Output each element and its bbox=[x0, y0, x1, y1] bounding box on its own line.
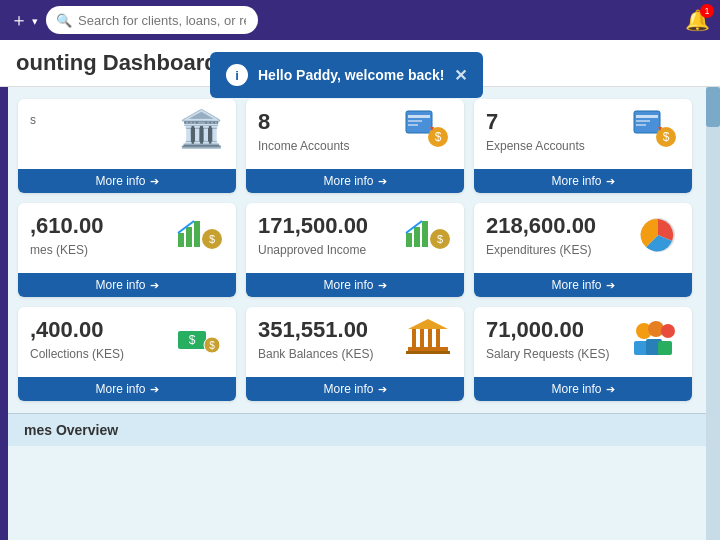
top-navigation: ＋ ▾ 🔍 🔔 1 bbox=[0, 0, 720, 40]
svg-marker-27 bbox=[408, 319, 448, 329]
svg-rect-28 bbox=[412, 329, 416, 347]
expenditures-icon bbox=[632, 213, 680, 259]
svg-rect-39 bbox=[658, 341, 672, 355]
arrow-right-icon: ➔ bbox=[150, 279, 159, 292]
svg-rect-33 bbox=[406, 351, 450, 354]
card-card-bank-balances: 351,551.00 Bank Balances (KES) More info… bbox=[246, 307, 464, 401]
card-card-unapproved-income: 171,500.00 Unapproved Income $ More info… bbox=[246, 203, 464, 297]
card-body: ,610.00 mes (KES) $ bbox=[18, 203, 236, 273]
card-label: Expense Accounts bbox=[486, 139, 585, 153]
scroll-bar[interactable] bbox=[706, 87, 720, 540]
svg-rect-3 bbox=[408, 124, 418, 126]
more-info-button[interactable]: More info ➔ bbox=[18, 273, 236, 297]
card-body: 351,551.00 Bank Balances (KES) bbox=[246, 307, 464, 377]
card-card-unapproved-income-left: ,610.00 mes (KES) $ More info ➔ bbox=[18, 203, 236, 297]
svg-rect-32 bbox=[408, 347, 448, 351]
more-info-label: More info bbox=[323, 278, 373, 292]
card-label: Bank Balances (KES) bbox=[258, 347, 373, 361]
svg-rect-2 bbox=[408, 120, 422, 122]
svg-rect-1 bbox=[408, 115, 430, 118]
cards-grid: s 🏛️ More info ➔ 8 Income Accounts $ bbox=[8, 99, 702, 401]
card-body: 218,600.00 Expenditures (KES) bbox=[474, 203, 692, 273]
arrow-right-icon: ➔ bbox=[378, 383, 387, 396]
more-info-button[interactable]: More info ➔ bbox=[246, 273, 464, 297]
svg-text:$: $ bbox=[209, 233, 215, 245]
card-body: ,400.00 Collections (KES) $ $ bbox=[18, 307, 236, 377]
svg-text:$: $ bbox=[209, 340, 215, 351]
notifications-button[interactable]: 🔔 1 bbox=[685, 8, 710, 32]
card-label: s bbox=[30, 113, 36, 127]
more-info-label: More info bbox=[551, 174, 601, 188]
svg-rect-14 bbox=[194, 221, 200, 247]
card-body: 8 Income Accounts $ bbox=[246, 99, 464, 169]
card-card-income-accounts: 8 Income Accounts $ More info ➔ bbox=[246, 99, 464, 193]
search-icon: 🔍 bbox=[56, 13, 72, 28]
toast-message: Hello Paddy, welcome back! bbox=[258, 67, 444, 83]
svg-rect-29 bbox=[420, 329, 424, 347]
more-info-button[interactable]: More info ➔ bbox=[246, 169, 464, 193]
card-text: s bbox=[30, 109, 36, 127]
more-info-label: More info bbox=[551, 278, 601, 292]
bank-icon: 🏛️ bbox=[179, 109, 224, 147]
card-body: 7 Expense Accounts $ bbox=[474, 99, 692, 169]
search-input[interactable] bbox=[46, 6, 258, 34]
sidebar-strip bbox=[0, 87, 8, 540]
card-card-collections: ,400.00 Collections (KES) $ $ More info … bbox=[18, 307, 236, 401]
card-label: Unapproved Income bbox=[258, 243, 368, 257]
bank-balances-icon bbox=[404, 317, 452, 363]
more-info-label: More info bbox=[323, 382, 373, 396]
svg-text:$: $ bbox=[663, 130, 670, 144]
welcome-toast: i Hello Paddy, welcome back! ✕ bbox=[210, 52, 483, 98]
more-info-button[interactable]: More info ➔ bbox=[474, 377, 692, 401]
card-value: 71,000.00 bbox=[486, 317, 609, 343]
notification-badge: 1 bbox=[700, 4, 714, 18]
more-info-button[interactable]: More info ➔ bbox=[474, 273, 692, 297]
card-card-bank-icon: s 🏛️ More info ➔ bbox=[18, 99, 236, 193]
add-menu-button[interactable]: ＋ ▾ bbox=[10, 8, 38, 32]
card-card-expense-accounts: 7 Expense Accounts $ More info ➔ bbox=[474, 99, 692, 193]
toast-info-icon: i bbox=[226, 64, 248, 86]
card-value: 171,500.00 bbox=[258, 213, 368, 239]
salary-icon bbox=[628, 317, 680, 363]
card-value: 351,551.00 bbox=[258, 317, 373, 343]
search-wrapper: 🔍 bbox=[46, 6, 466, 34]
card-label: mes (KES) bbox=[30, 243, 103, 257]
card-text: ,400.00 Collections (KES) bbox=[30, 317, 124, 361]
card-value: ,400.00 bbox=[30, 317, 124, 343]
page-title: ounting Dashboard bbox=[16, 50, 218, 76]
svg-rect-13 bbox=[186, 227, 192, 247]
main-layout: s 🏛️ More info ➔ 8 Income Accounts $ bbox=[0, 87, 720, 540]
more-info-label: More info bbox=[95, 382, 145, 396]
card-text: 171,500.00 Unapproved Income bbox=[258, 213, 368, 257]
income-chart-icon: $ bbox=[176, 213, 224, 259]
unapproved-income-icon: $ bbox=[404, 213, 452, 259]
arrow-right-icon: ➔ bbox=[378, 279, 387, 292]
more-info-label: More info bbox=[323, 174, 373, 188]
card-text: 351,551.00 Bank Balances (KES) bbox=[258, 317, 373, 361]
svg-rect-12 bbox=[178, 233, 184, 247]
svg-rect-18 bbox=[414, 227, 420, 247]
more-info-label: More info bbox=[95, 174, 145, 188]
card-label: Collections (KES) bbox=[30, 347, 124, 361]
card-value: ,610.00 bbox=[30, 213, 103, 239]
card-card-expenditures: 218,600.00 Expenditures (KES) More info … bbox=[474, 203, 692, 297]
svg-rect-8 bbox=[636, 120, 650, 122]
dashboard-area: s 🏛️ More info ➔ 8 Income Accounts $ bbox=[8, 87, 706, 413]
toast-close-button[interactable]: ✕ bbox=[454, 66, 467, 85]
card-value: 8 bbox=[258, 109, 349, 135]
svg-rect-31 bbox=[436, 329, 440, 347]
svg-text:$: $ bbox=[435, 130, 442, 144]
more-info-button[interactable]: More info ➔ bbox=[18, 377, 236, 401]
card-text: 218,600.00 Expenditures (KES) bbox=[486, 213, 596, 257]
arrow-right-icon: ➔ bbox=[606, 383, 615, 396]
arrow-right-icon: ➔ bbox=[150, 175, 159, 188]
card-text: ,610.00 mes (KES) bbox=[30, 213, 103, 257]
collections-icon: $ $ bbox=[176, 317, 224, 363]
main-content: s 🏛️ More info ➔ 8 Income Accounts $ bbox=[8, 87, 706, 540]
svg-rect-30 bbox=[428, 329, 432, 347]
card-card-salary: 71,000.00 Salary Requests (KES) More inf… bbox=[474, 307, 692, 401]
more-info-button[interactable]: More info ➔ bbox=[246, 377, 464, 401]
more-info-button[interactable]: More info ➔ bbox=[474, 169, 692, 193]
more-info-button[interactable]: More info ➔ bbox=[18, 169, 236, 193]
card-text: 71,000.00 Salary Requests (KES) bbox=[486, 317, 609, 361]
